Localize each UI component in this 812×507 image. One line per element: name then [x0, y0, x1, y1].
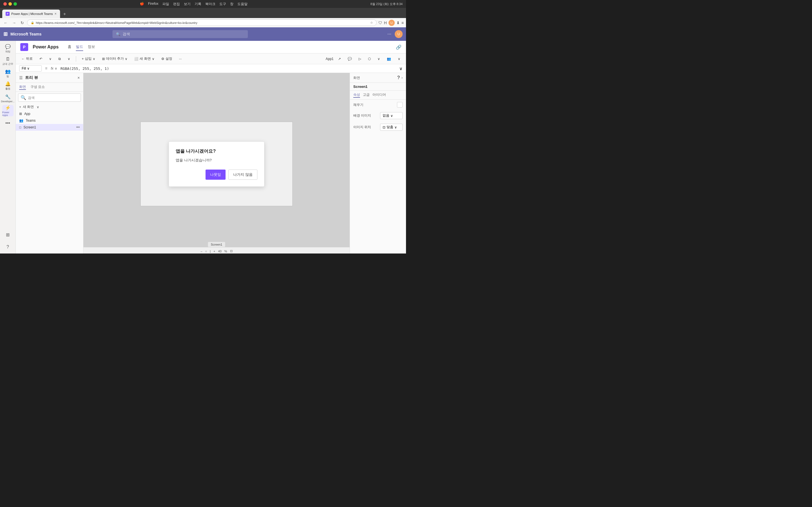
menu-edit[interactable]: 편집	[173, 2, 180, 6]
tree-item-app[interactable]: ⊞ App	[16, 110, 83, 117]
sidebar-item-grid[interactable]: ⊞	[2, 229, 13, 240]
dialog-buttons: 나뭇잎 나가지 않음	[175, 170, 257, 180]
canvas-expand-btn[interactable]: ⊡	[230, 249, 233, 253]
fit-btn[interactable]: ⬡	[366, 56, 373, 62]
comment-btn[interactable]: 💬	[345, 56, 354, 62]
sidebar-item-teams[interactable]: 👥 팀	[2, 68, 13, 79]
back-toolbar-btn[interactable]: ← 뒤로	[19, 55, 35, 62]
zoom-in-btn[interactable]: +	[213, 249, 215, 253]
more-toolbar-btn[interactable]: ···	[177, 56, 184, 62]
profile-icon[interactable]: U	[389, 20, 395, 26]
tab-close-btn[interactable]: ×	[55, 12, 57, 16]
rp-help-icon[interactable]: ?	[397, 75, 400, 80]
data-label: 데이터 추가	[106, 56, 124, 61]
back-button[interactable]: ←	[2, 20, 9, 26]
data-btn[interactable]: ⊞ 데이터 추가 ∨	[100, 55, 130, 62]
forward-button[interactable]: →	[11, 20, 17, 26]
new-screen-btn[interactable]: ⬜ 새 화면 ∨	[132, 55, 156, 62]
canvas-divider: |	[210, 249, 211, 253]
insert-btn[interactable]: + 삽입 ∨	[80, 55, 98, 62]
formula-expand-icon[interactable]: ∨	[399, 66, 403, 71]
tree-tab-screens[interactable]: 화면	[19, 84, 26, 90]
tree-search-input[interactable]	[28, 96, 79, 100]
fill-color-picker[interactable]	[397, 102, 403, 108]
bg-image-dropdown[interactable]: 없음 ∨	[380, 112, 403, 119]
menu-history[interactable]: 기록	[195, 2, 201, 6]
screen1-more-icon[interactable]: •••	[76, 125, 80, 129]
preview-btn[interactable]: ▷	[356, 56, 363, 62]
browser-tab-active[interactable]: P Power Apps | Microsoft Teams ×	[2, 10, 60, 18]
pa-nav-info[interactable]: 정보	[88, 43, 95, 51]
image-pos-dropdown[interactable]: ⊡ 맞춤 ∨	[380, 124, 403, 131]
user-avatar[interactable]: U	[395, 30, 403, 38]
new-screen-tree-dropdown[interactable]: ∨	[37, 105, 39, 109]
menu-file[interactable]: 파일	[162, 2, 169, 6]
copy-btn[interactable]: ⧉	[56, 56, 63, 62]
sidebar-item-more[interactable]: •••	[2, 117, 13, 129]
more-icon: •••	[5, 121, 10, 126]
tree-close-btn[interactable]: ×	[78, 75, 80, 80]
pa-nav-build[interactable]: 빌드	[76, 43, 83, 51]
tree-item-teams[interactable]: 👥 Teams	[16, 117, 83, 124]
minimize-btn[interactable]	[8, 2, 12, 6]
menu-apple[interactable]: 🍎	[140, 2, 144, 6]
reload-button[interactable]: ↻	[19, 20, 26, 26]
zoom-fit-btn[interactable]: ○	[205, 249, 207, 253]
address-bar[interactable]: 🔒 https://teams.microsoft.com/_?lm=deepl…	[27, 19, 377, 26]
menu-view[interactable]: 보기	[184, 2, 191, 6]
dialog-box: 앱을 나가시겠어요? 앱을 나가시겠습니까? 나뭇잎 나가지 않음	[168, 142, 264, 187]
menu-firefox[interactable]: Firefox	[148, 2, 158, 6]
pa-link-icon[interactable]: 🔗	[396, 45, 402, 50]
rp-expand-btn[interactable]: ›	[402, 76, 403, 80]
sidebar-item-powerapps[interactable]: ⚡ Power Apps	[2, 105, 13, 116]
pa-main: ☰ 트리 뷰 × 화면 구성 요소 🔍 + 새 화면	[16, 73, 406, 253]
new-tab-button[interactable]: +	[61, 10, 68, 18]
sidebar-item-work[interactable]: 🗓 교대 근무	[2, 55, 13, 67]
menu-window[interactable]: 창	[230, 2, 234, 6]
zoom-out-btn[interactable]: –	[200, 249, 202, 253]
tree-tab-components[interactable]: 구성 요소	[31, 84, 45, 90]
pa-nav-home[interactable]: 홈	[68, 43, 71, 51]
teams-btn[interactable]: 👥	[385, 56, 393, 62]
extensions-icon[interactable]: 🛡	[378, 20, 382, 25]
formula-input[interactable]	[59, 66, 397, 71]
settings-btn[interactable]: ⚙ 설정	[159, 55, 174, 62]
dialog-secondary-btn[interactable]: 나가지 않음	[229, 170, 257, 180]
copy-dropdown-btn[interactable]: ∨	[65, 56, 72, 62]
sidebar-icons: 💬 채팅 🗓 교대 근무 👥 팀 🔔 활동 🔧 Developer... ⚡	[0, 41, 16, 253]
tab-title: Power Apps | Microsoft Teams	[11, 12, 53, 15]
right-panel: 화면 ? › Screen1 속성 고급 아이디어 채우기	[350, 73, 406, 253]
maximize-btn[interactable]	[13, 2, 17, 6]
header-more-btn[interactable]: ⋯	[388, 32, 391, 36]
hamburger-icon[interactable]: ☰	[19, 75, 23, 80]
tree-item-screen1[interactable]: □ Screen1 •••	[16, 124, 83, 131]
rp-tab-properties[interactable]: 속성	[353, 93, 360, 98]
redo-dropdown-btn[interactable]: ∨	[47, 56, 54, 62]
sidebar-item-help[interactable]: ?	[2, 241, 13, 252]
download-icon[interactable]: ⬇	[396, 20, 400, 25]
sidebar-item-activity[interactable]: 🔔 활동	[2, 80, 13, 92]
new-screen-tree-btn[interactable]: + 새 화면 ∨	[16, 103, 83, 110]
bookmark-icon[interactable]: ☆	[370, 21, 373, 24]
rp-tab-advanced[interactable]: 고급	[363, 93, 370, 98]
menu-tools[interactable]: 도구	[219, 2, 226, 6]
reader-icon[interactable]: H	[384, 20, 387, 25]
data-icon: ⊞	[102, 57, 105, 61]
rp-tab-ideas[interactable]: 아이디어	[372, 93, 386, 98]
close-btn[interactable]	[3, 2, 7, 6]
sidebar-item-developer[interactable]: 🔧 Developer...	[2, 93, 13, 104]
teams-header-right: ⋯ U	[388, 30, 403, 38]
undo-btn[interactable]: ↶	[37, 56, 45, 62]
menu-bookmarks[interactable]: 북마크	[205, 2, 215, 6]
share-btn[interactable]: ↗	[336, 56, 343, 62]
property-dropdown[interactable]: Fill ∨	[19, 65, 42, 71]
fx-dropdown-icon[interactable]: ∨	[55, 66, 57, 70]
fit-dropdown-btn[interactable]: ∨	[375, 56, 382, 62]
menu-icon[interactable]: ≡	[402, 20, 404, 25]
sidebar-item-chat[interactable]: 💬 채팅	[2, 43, 13, 54]
menu-help[interactable]: 도움말	[238, 2, 248, 6]
dialog-primary-btn[interactable]: 나뭇잎	[206, 170, 225, 180]
pa-title: Power Apps	[33, 45, 59, 50]
teams-search-bar[interactable]: 🔍 검색	[112, 30, 248, 38]
toolbar-end-dropdown[interactable]: ∨	[396, 56, 403, 62]
